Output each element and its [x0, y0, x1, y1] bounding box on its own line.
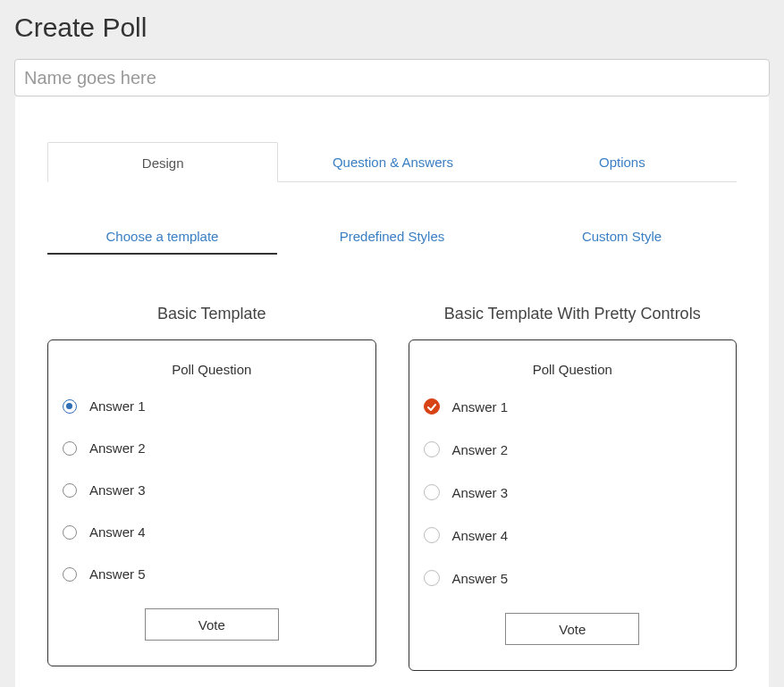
radio-icon[interactable] [63, 483, 77, 498]
subtab-choose-template[interactable]: Choose a template [47, 222, 277, 255]
radio-icon[interactable] [63, 441, 77, 456]
subtab-predefined-styles[interactable]: Predefined Styles [277, 222, 507, 255]
poll-name-input[interactable] [14, 59, 770, 96]
page-title: Create Poll [0, 0, 784, 59]
vote-button-basic[interactable]: Vote [145, 608, 279, 641]
tab-question-answers[interactable]: Question & Answers [278, 142, 507, 182]
radio-icon[interactable] [63, 399, 77, 414]
answer-row[interactable]: Answer 2 [61, 440, 363, 456]
answer-row[interactable]: Answer 1 [422, 398, 724, 415]
radio-pretty-icon[interactable] [424, 570, 440, 586]
radio-pretty-icon[interactable] [424, 441, 440, 457]
answer-label: Answer 4 [452, 528, 509, 543]
main-tabs: Design Question & Answers Options [47, 141, 737, 182]
design-subtabs: Choose a template Predefined Styles Cust… [47, 222, 737, 255]
answer-row[interactable]: Answer 5 [422, 570, 724, 586]
subtab-custom-style[interactable]: Custom Style [507, 222, 737, 255]
radio-icon[interactable] [63, 525, 77, 540]
answer-row[interactable]: Answer 4 [422, 527, 724, 543]
vote-button-pretty[interactable]: Vote [505, 613, 639, 645]
tab-options[interactable]: Options [508, 142, 737, 182]
template-basic-card: Poll Question Answer 1 Answer 2 Answer 3… [47, 339, 376, 666]
check-icon [426, 402, 437, 413]
template-basic[interactable]: Basic Template Poll Question Answer 1 An… [47, 305, 376, 671]
answer-label: Answer 1 [89, 398, 146, 414]
answer-row[interactable]: Answer 5 [61, 566, 363, 582]
template-pretty-title: Basic Template With Pretty Controls [409, 305, 738, 323]
answer-row[interactable]: Answer 3 [422, 484, 724, 500]
answer-label: Answer 5 [89, 566, 146, 582]
answer-row[interactable]: Answer 4 [61, 524, 363, 540]
answer-label: Answer 1 [452, 399, 509, 415]
radio-pretty-icon[interactable] [424, 527, 440, 543]
template-pretty-card: Poll Question Answer 1 Answer 2 Answer 3 [409, 339, 738, 671]
answer-label: Answer 5 [452, 571, 509, 586]
radio-pretty-icon[interactable] [424, 398, 440, 415]
template-basic-title: Basic Template [47, 305, 376, 323]
radio-pretty-icon[interactable] [424, 484, 440, 500]
poll-question-pretty: Poll Question [422, 362, 724, 377]
poll-question-basic: Poll Question [61, 362, 363, 377]
answer-label: Answer 3 [89, 482, 146, 498]
answer-label: Answer 2 [89, 440, 146, 456]
template-pretty[interactable]: Basic Template With Pretty Controls Poll… [409, 305, 738, 671]
answer-label: Answer 3 [452, 485, 509, 500]
answer-label: Answer 2 [452, 442, 509, 457]
radio-icon[interactable] [63, 567, 77, 582]
answer-row[interactable]: Answer 1 [61, 398, 363, 414]
answer-row[interactable]: Answer 2 [422, 441, 724, 457]
tab-design[interactable]: Design [47, 142, 278, 182]
main-panel: Design Question & Answers Options Choose… [14, 96, 770, 687]
answer-label: Answer 4 [89, 524, 146, 540]
answer-row[interactable]: Answer 3 [61, 482, 363, 498]
templates-row: Basic Template Poll Question Answer 1 An… [47, 305, 737, 671]
